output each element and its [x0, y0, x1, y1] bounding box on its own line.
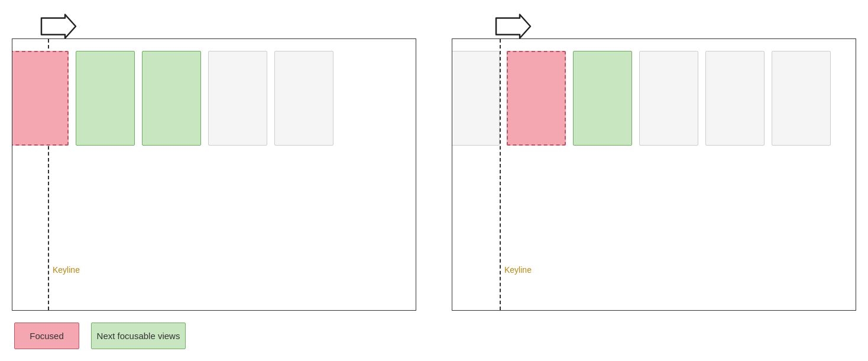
diagram-right: Keyline — [452, 12, 856, 315]
card-plain-left-2 — [274, 51, 333, 146]
card-next-right-1 — [573, 51, 632, 146]
legend-next-item: Next focusable views — [91, 323, 186, 349]
svg-marker-1 — [496, 15, 530, 38]
card-next-left-1 — [76, 51, 135, 146]
diagram-box-left: Keyline — [12, 38, 416, 311]
diagram-left: Keyline — [12, 12, 416, 315]
card-plain-left-1 — [208, 51, 267, 146]
card-plain-right-2 — [705, 51, 765, 146]
card-plain-right-0 — [452, 51, 500, 146]
keyline-label-right: Keyline — [504, 265, 532, 275]
legend-focused-label: Focused — [30, 331, 64, 341]
diagram-box-right: Keyline — [452, 38, 856, 311]
card-plain-right-3 — [772, 51, 831, 146]
card-focused-left — [12, 51, 69, 146]
diagrams-container: Keyline Keyline — [12, 12, 856, 315]
legend: Focused Next focusable views — [14, 323, 186, 349]
legend-next-label: Next focusable views — [97, 331, 180, 341]
legend-focused-item: Focused — [14, 323, 79, 349]
cards-left — [12, 51, 333, 157]
card-focused-right — [507, 51, 566, 146]
card-next-left-2 — [142, 51, 201, 146]
legend-next-box: Next focusable views — [91, 323, 186, 349]
svg-marker-0 — [41, 15, 76, 38]
keyline-label-left: Keyline — [53, 265, 80, 275]
card-plain-right-1 — [639, 51, 698, 146]
cards-right — [452, 51, 831, 157]
legend-focused-box: Focused — [14, 323, 79, 349]
